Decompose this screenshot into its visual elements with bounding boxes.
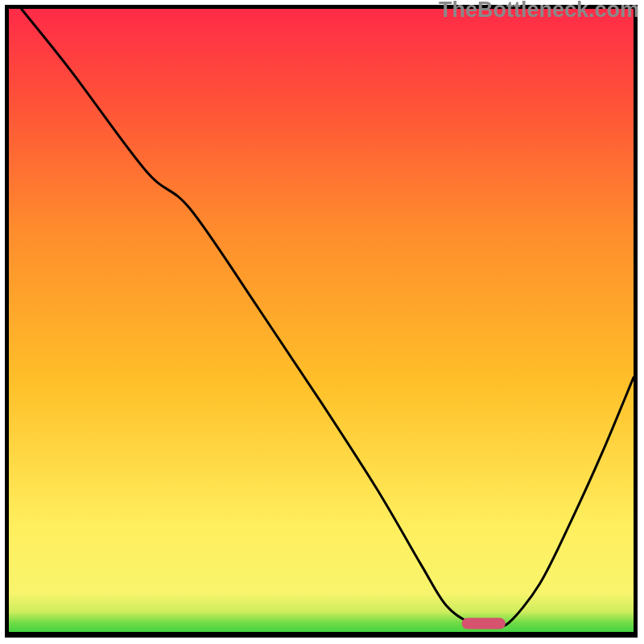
chart-frame: TheBottleneck.com	[0, 0, 644, 644]
watermark-text: TheBottleneck.com	[439, 0, 639, 23]
chart-svg	[9, 9, 634, 634]
chart-plot	[9, 9, 634, 634]
gradient-background	[9, 9, 634, 634]
target-marker	[462, 618, 506, 630]
